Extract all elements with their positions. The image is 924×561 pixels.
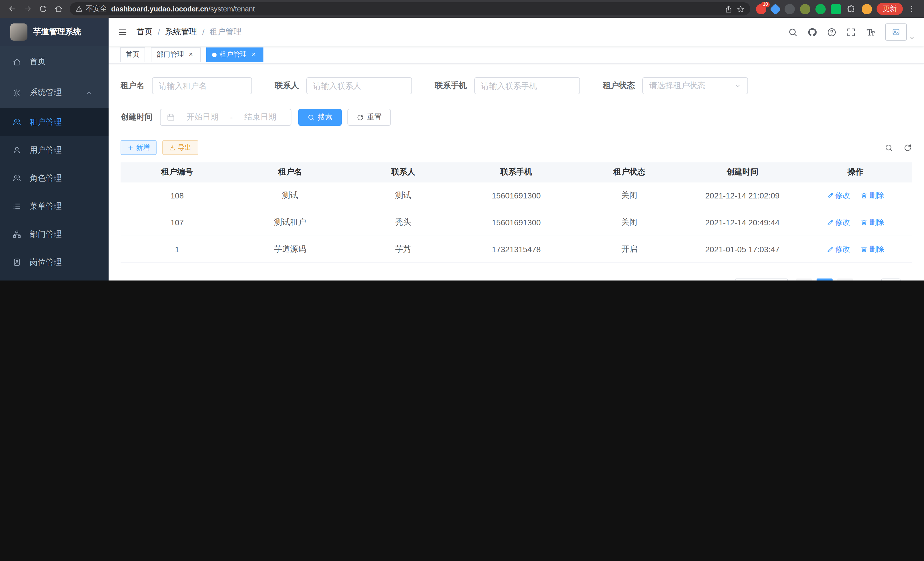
page-size-select[interactable]: 10条/页 bbox=[735, 278, 788, 281]
main-area: 首页 系统管理 租户管理 bbox=[109, 18, 924, 281]
export-button[interactable]: 导出 bbox=[162, 140, 198, 155]
extensions-puzzle-icon[interactable] bbox=[846, 4, 856, 14]
avatar-image-placeholder bbox=[885, 23, 907, 41]
user-icon bbox=[13, 146, 21, 154]
breadcrumb: 首页 系统管理 租户管理 bbox=[136, 27, 242, 37]
extension-icon[interactable] bbox=[770, 3, 781, 15]
page-number-button[interactable]: 1 bbox=[817, 278, 832, 281]
status-select[interactable]: 请选择租户状态 bbox=[642, 77, 748, 94]
browser-reload-icon[interactable] bbox=[35, 1, 51, 17]
prev-page-button[interactable] bbox=[796, 278, 812, 281]
table-row: 108 测试 测试 15601691300 关闭 2021-12-14 21:0… bbox=[121, 182, 912, 209]
browser-home-icon[interactable] bbox=[51, 1, 66, 17]
next-page-button[interactable] bbox=[837, 278, 853, 281]
gear-icon bbox=[13, 88, 21, 97]
sidebar: 芋道管理系统 首页 系统管理 租户管理 用户管理 角色管理 bbox=[0, 18, 109, 281]
fullscreen-icon[interactable] bbox=[846, 27, 856, 37]
sidebar-item-dict[interactable]: 字典管理 bbox=[0, 276, 109, 281]
extension-icon[interactable] bbox=[831, 4, 841, 14]
delete-button[interactable]: 删除 bbox=[861, 244, 884, 254]
reset-button[interactable]: 重置 bbox=[347, 109, 391, 126]
address-bar[interactable]: 不安全 dashboard.yudao.iocoder.cn/system/te… bbox=[70, 2, 750, 15]
column-header: 操作 bbox=[799, 162, 912, 182]
toggle-search-icon[interactable] bbox=[885, 143, 893, 152]
tenant-name-input[interactable] bbox=[159, 81, 245, 90]
extension-icon[interactable] bbox=[784, 4, 795, 14]
help-icon[interactable] bbox=[827, 27, 837, 37]
logo-avatar bbox=[10, 23, 27, 41]
app-window: 芋道管理系统 首页 系统管理 租户管理 用户管理 角色管理 bbox=[0, 18, 924, 281]
security-warning[interactable]: 不安全 bbox=[75, 4, 107, 14]
trash-icon bbox=[861, 219, 868, 226]
breadcrumb-home[interactable]: 首页 bbox=[136, 27, 153, 37]
list-icon bbox=[13, 202, 21, 211]
extensions-area: 10 bbox=[756, 4, 872, 14]
search-button[interactable]: 搜索 bbox=[298, 109, 342, 126]
navbar: 首页 系统管理 租户管理 bbox=[109, 18, 924, 46]
plus-icon bbox=[128, 144, 134, 151]
column-header: 联系人 bbox=[346, 162, 460, 182]
tag-home[interactable]: 首页 bbox=[120, 47, 145, 62]
close-icon[interactable] bbox=[250, 51, 258, 59]
contact-input[interactable] bbox=[313, 81, 405, 90]
column-header: 创建时间 bbox=[686, 162, 799, 182]
browser-update-button[interactable]: 更新 bbox=[877, 3, 903, 15]
edit-button[interactable]: 修改 bbox=[826, 244, 850, 254]
status-text: 关闭 bbox=[573, 182, 686, 209]
extension-icon[interactable] bbox=[815, 4, 826, 14]
bookmark-star-icon[interactable] bbox=[736, 5, 745, 13]
share-icon[interactable] bbox=[724, 5, 733, 13]
sidebar-item-dept[interactable]: 部门管理 bbox=[0, 220, 109, 248]
sidebar-item-home[interactable]: 首页 bbox=[0, 46, 109, 77]
breadcrumb-current: 租户管理 bbox=[210, 27, 242, 37]
search-icon bbox=[308, 114, 315, 121]
refresh-icon bbox=[357, 114, 364, 121]
browser-toolbar: 不安全 dashboard.yudao.iocoder.cn/system/te… bbox=[0, 0, 924, 18]
status-label: 租户状态 bbox=[603, 81, 635, 91]
browser-back-icon[interactable] bbox=[4, 1, 20, 17]
search-icon[interactable] bbox=[788, 27, 798, 37]
sidebar-item-menu[interactable]: 菜单管理 bbox=[0, 192, 109, 220]
app-title: 芋道管理系统 bbox=[33, 27, 81, 37]
chevron-up-icon bbox=[86, 89, 92, 96]
refresh-table-icon[interactable] bbox=[903, 143, 912, 152]
sidebar-collapse-icon[interactable] bbox=[118, 27, 128, 37]
caret-down-icon bbox=[909, 35, 915, 41]
column-header: 租户编号 bbox=[121, 162, 234, 182]
delete-button[interactable]: 删除 bbox=[861, 190, 884, 200]
sidebar-item-post[interactable]: 岗位管理 bbox=[0, 248, 109, 276]
url-path: /system/tenant bbox=[208, 5, 255, 13]
browser-menu-icon[interactable] bbox=[904, 1, 920, 17]
app-logo[interactable]: 芋道管理系统 bbox=[0, 18, 109, 46]
edit-button[interactable]: 修改 bbox=[826, 217, 850, 227]
browser-forward-icon[interactable] bbox=[20, 1, 35, 17]
github-icon[interactable] bbox=[807, 27, 817, 37]
goto-page-input[interactable] bbox=[881, 278, 901, 281]
font-size-icon[interactable] bbox=[866, 27, 875, 37]
page-content: 租户名 联系人 联系手机 租户状态 请选择租户状态 bbox=[109, 63, 924, 281]
table-row: 1 芋道源码 芋艿 17321315478 开启 2021-01-05 17:0… bbox=[121, 236, 912, 262]
breadcrumb-system[interactable]: 系统管理 bbox=[165, 27, 197, 37]
extension-icon[interactable]: 10 bbox=[756, 4, 766, 14]
date-range-picker[interactable]: 开始日期 - 结束日期 bbox=[160, 109, 291, 126]
mobile-input[interactable] bbox=[481, 81, 573, 90]
add-button[interactable]: 新增 bbox=[121, 140, 157, 155]
sidebar-item-user[interactable]: 用户管理 bbox=[0, 136, 109, 164]
trash-icon bbox=[861, 246, 868, 253]
home-icon bbox=[13, 57, 21, 66]
sidebar-item-system[interactable]: 系统管理 bbox=[0, 77, 109, 108]
user-avatar[interactable] bbox=[885, 23, 915, 41]
tag-tenant[interactable]: 租户管理 bbox=[206, 47, 263, 62]
close-icon[interactable] bbox=[187, 51, 195, 59]
edit-button[interactable]: 修改 bbox=[826, 190, 850, 200]
sidebar-item-tenant[interactable]: 租户管理 bbox=[0, 108, 109, 136]
sidebar-item-role[interactable]: 角色管理 bbox=[0, 164, 109, 192]
extension-icon[interactable] bbox=[800, 4, 810, 14]
image-icon bbox=[892, 28, 900, 36]
browser-profile-avatar[interactable] bbox=[862, 4, 872, 14]
create-time-label: 创建时间 bbox=[121, 112, 153, 122]
tag-dept[interactable]: 部门管理 bbox=[151, 47, 201, 62]
delete-button[interactable]: 删除 bbox=[861, 217, 884, 227]
chevron-down-icon bbox=[734, 82, 741, 89]
column-header: 联系手机 bbox=[460, 162, 573, 182]
